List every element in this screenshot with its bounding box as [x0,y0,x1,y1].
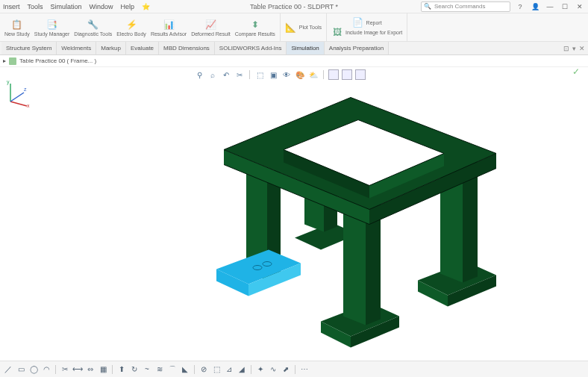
maximize-button[interactable]: ☐ [560,1,570,12]
tabs-dropdown-icon[interactable]: ▾ [572,45,576,52]
tabs-expand-icon[interactable]: ⊡ [563,45,569,52]
plot-tools-label: Plot Tools [299,25,322,30]
bottom-toolbar: ／ ▭ ◯ ◠ ✂ ⟷ ⇔ ▦ ⬆ ↻ ~ ≋ ⌒ ◣ ⊘ ⬚ ⊿ ◢ ✦ ∿ … [0,361,588,377]
rib-icon[interactable]: ⊿ [224,364,234,375]
menu-insert[interactable]: Insert [3,3,20,10]
trim-icon[interactable]: ✂ [60,364,70,375]
close-button[interactable]: ✕ [575,1,585,12]
menu-simulation[interactable]: Simulation [51,3,82,10]
diagnostic-tools-button[interactable]: 🔧Diagnostic Tools [74,15,112,40]
chamfer-icon[interactable]: ◣ [180,364,190,375]
results-icon: 📊 [163,19,175,31]
tab-mbd-dimensions[interactable]: MBD Dimensions [159,42,215,54]
svg-text:y: y [7,79,10,85]
report-label: Report [366,20,382,25]
report-icon: 📄 [352,16,364,28]
menu-tools[interactable]: Tools [28,3,43,10]
hole-wizard-icon[interactable]: ⊘ [198,364,209,375]
search-icon: 🔍 [424,3,431,10]
include-image-label: Include Image for Export [345,30,402,35]
deformed-result-button[interactable]: 📈Deformed Result [191,15,231,40]
new-study-label: New Study [4,31,30,37]
loft-icon[interactable]: ≋ [154,364,165,375]
sketch-rect-icon[interactable]: ▭ [16,364,26,375]
graphics-viewport[interactable]: .f1{fill:#0b4a20;} .f2{fill:#0e5a28;} .f… [0,81,588,361]
sketch-line-icon[interactable]: ／ [3,364,13,375]
study-manager-button[interactable]: 📑Study Manager [34,15,69,40]
svg-text:x: x [27,103,30,108]
more-tools-icon[interactable]: ⋯ [299,364,310,375]
include-image-icon: 🖼 [331,26,343,38]
axis-triad: y x z [4,78,588,358]
revolve-icon[interactable]: ↻ [129,364,140,375]
sketch-arc-icon[interactable]: ◠ [41,364,51,375]
electro-body-button[interactable]: ⚡Electro Body [116,15,146,40]
menu-window[interactable]: Window [90,3,113,10]
bsep5 [295,365,295,374]
bsep2 [112,365,113,374]
document-title: Table Practice 00 - SLDPRT * [250,3,338,10]
tab-structure-system[interactable]: Structure System [1,42,57,54]
plot-tools-button[interactable]: 📐Plot Tools [285,23,322,32]
curves-icon[interactable]: ∿ [268,364,278,375]
electro-label: Electro Body [116,31,146,37]
compare-label: Compare Results [235,31,275,37]
results-label: Results Advisor [151,31,187,37]
search-placeholder: Search Commands [434,3,485,10]
draft-icon[interactable]: ◢ [237,364,247,375]
tab-markup[interactable]: Markup [96,42,126,54]
dimension-icon[interactable]: ⟷ [72,364,83,375]
command-tabs: Structure System Weldments Markup Evalua… [0,42,588,55]
menu-help[interactable]: Help [121,3,135,10]
svg-text:z: z [24,87,27,92]
expand-icon[interactable]: ▸ [3,57,6,64]
user-icon[interactable]: 👤 [530,1,540,12]
ribbon-group-plot: 📐Plot Tools [281,13,327,41]
compare-results-button[interactable]: ⬍Compare Results [235,15,275,40]
plot-tools-icon: 📐 [285,22,297,34]
ribbon-group-study: 📋New Study 📑Study Manager 🔧Diagnostic To… [0,13,281,41]
menu-bar: Insert Tools Simulation Window Help ⭐ Ta… [0,0,588,13]
tab-weldments[interactable]: Weldments [57,42,96,54]
instant3d-icon[interactable]: ⬈ [281,364,291,375]
bsep1 [55,365,56,374]
electro-icon: ⚡ [125,19,137,31]
tab-evaluate[interactable]: Evaluate [126,42,159,54]
extrude-icon[interactable]: ⬆ [116,364,127,375]
minimize-button[interactable]: — [545,1,555,12]
new-study-button[interactable]: 📋New Study [4,15,30,40]
ribbon: 📋New Study 📑Study Manager 🔧Diagnostic To… [0,13,588,42]
bsep3 [194,365,195,374]
menu-more-icon[interactable]: ⭐ [142,3,150,10]
deformed-icon: 📈 [204,19,216,31]
shell-icon[interactable]: ⬚ [211,364,222,375]
help-icon[interactable]: ? [515,1,525,12]
part-icon [9,57,16,65]
tabs-close-icon[interactable]: ✕ [579,45,585,52]
diagnostic-label: Diagnostic Tools [74,31,112,37]
tab-analysis-preparation[interactable]: Analysis Preparation [325,42,389,54]
svg-line-27 [10,102,27,106]
new-study-icon: 📋 [11,19,23,31]
reference-geom-icon[interactable]: ✦ [255,364,266,375]
search-commands-input[interactable]: 🔍 Search Commands [421,1,510,12]
include-image-button[interactable]: 🖼Include Image for Export [331,28,402,37]
deformed-label: Deformed Result [191,31,231,37]
tab-simulation[interactable]: Simulation [287,42,324,54]
mirror-icon[interactable]: ⇔ [85,364,96,375]
results-advisor-button[interactable]: 📊Results Advisor [151,15,187,40]
sketch-circle-icon[interactable]: ◯ [28,364,39,375]
sweep-icon[interactable]: ~ [142,364,152,375]
compare-icon: ⬍ [249,19,261,31]
feature-tree-row[interactable]: ▸ Table Practice 00 ( Frame... ) [0,55,588,67]
tab-solidworks-addins[interactable]: SOLIDWORKS Add-Ins [215,42,287,54]
bsep4 [251,365,251,374]
tree-root-label: Table Practice 00 ( Frame... ) [19,57,96,64]
fillet-icon[interactable]: ⌒ [167,364,178,375]
study-manager-icon: 📑 [46,19,58,31]
study-manager-label: Study Manager [34,31,69,37]
pattern-icon[interactable]: ▦ [98,364,108,375]
ribbon-group-report: 📄Report 🖼Include Image for Export [327,13,407,41]
confirm-ok-icon[interactable]: ✓ [570,66,582,78]
svg-line-28 [10,93,24,102]
